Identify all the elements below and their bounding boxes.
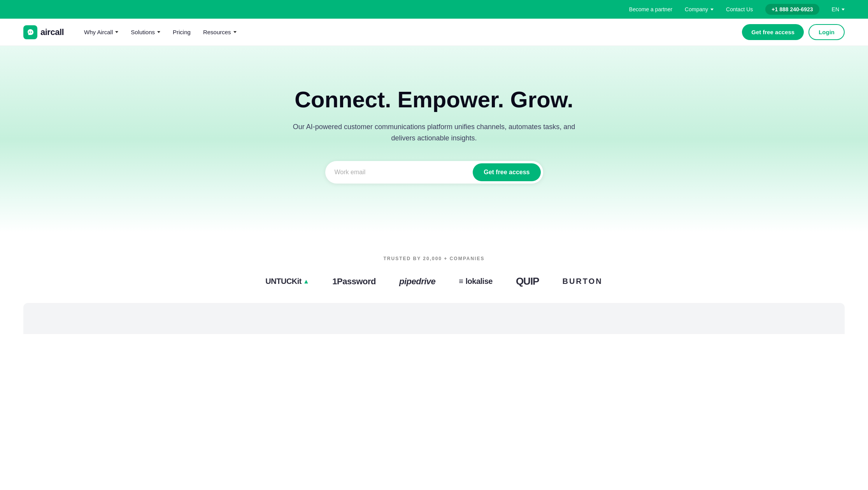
brand-pipedrive: pipedrive: [399, 276, 435, 287]
solutions-chevron-icon: [157, 31, 160, 33]
nav-login-button[interactable]: Login: [808, 24, 845, 40]
hero-email-input[interactable]: [335, 169, 473, 176]
bottom-teaser: [23, 303, 845, 334]
brand-quip: QUIP: [516, 275, 539, 287]
topbar-lang-switcher[interactable]: EN: [832, 6, 845, 12]
why-aircall-chevron-icon: [115, 31, 118, 33]
logo-text: aircall: [40, 27, 64, 37]
brand-burton: BURTON: [562, 277, 602, 286]
brand-untuckit: UNTUCKit ▲: [265, 277, 309, 286]
logo-icon: [23, 25, 37, 39]
navbar-right: Get free access Login: [742, 24, 845, 40]
nav-links: Why Aircall Solutions Pricing Resources: [79, 26, 241, 38]
nav-resources[interactable]: Resources: [198, 26, 241, 38]
svg-point-1: [31, 32, 32, 33]
topbar-partner-link[interactable]: Become a partner: [629, 6, 672, 12]
trusted-section: TRUSTED BY 20,000 + COMPANIES UNTUCKit ▲…: [0, 233, 868, 303]
aircall-logo-svg: [26, 28, 35, 37]
navbar: aircall Why Aircall Solutions Pricing Re…: [0, 19, 868, 46]
brand-1password: 1Password: [332, 276, 376, 287]
brand-lokalise: ≡ lokalise: [459, 277, 493, 286]
hero-subtitle: Our AI-powered customer communications p…: [282, 121, 586, 144]
hero-email-form: Get free access: [325, 161, 543, 184]
svg-point-0: [29, 32, 30, 33]
nav-get-free-access-button[interactable]: Get free access: [742, 24, 804, 40]
topbar-phone[interactable]: +1 888 240-6923: [765, 4, 819, 15]
topbar-company-link[interactable]: Company: [685, 6, 708, 12]
untuckit-icon: ▲: [303, 278, 309, 285]
lokalise-icon: ≡: [459, 277, 463, 286]
hero-section: Connect. Empower. Grow. Our AI-powered c…: [0, 46, 868, 233]
company-chevron-icon: [710, 9, 714, 10]
nav-why-aircall[interactable]: Why Aircall: [79, 26, 123, 38]
nav-pricing[interactable]: Pricing: [168, 26, 195, 38]
nav-solutions[interactable]: Solutions: [126, 26, 165, 38]
topbar: Become a partner Company Contact Us +1 8…: [0, 0, 868, 19]
resources-chevron-icon: [233, 31, 237, 33]
trusted-label: TRUSTED BY 20,000 + COMPANIES: [23, 256, 845, 261]
navbar-left: aircall Why Aircall Solutions Pricing Re…: [23, 25, 241, 39]
topbar-contact-link[interactable]: Contact Us: [726, 6, 753, 12]
lang-chevron-icon: [842, 9, 845, 10]
hero-get-free-access-button[interactable]: Get free access: [473, 163, 540, 181]
hero-title: Connect. Empower. Grow.: [295, 87, 573, 112]
trusted-logos: UNTUCKit ▲ 1Password pipedrive ≡ lokalis…: [23, 275, 845, 287]
logo[interactable]: aircall: [23, 25, 64, 39]
